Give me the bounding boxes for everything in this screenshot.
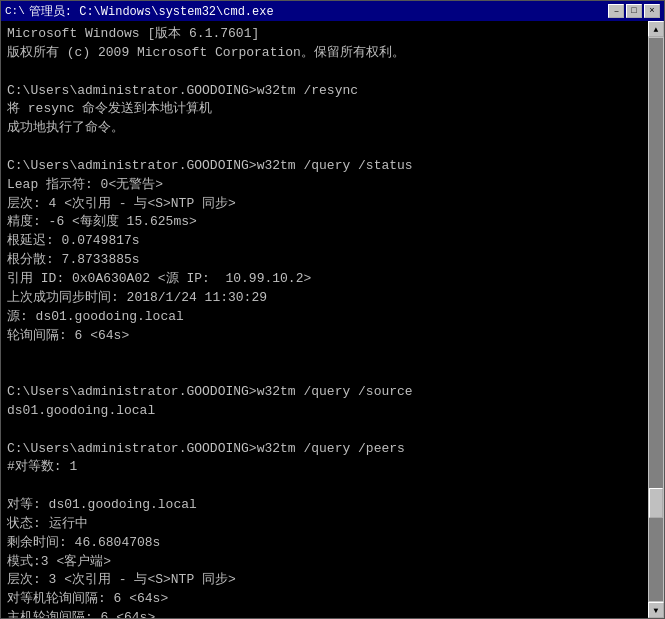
minimize-button[interactable]: － (608, 4, 624, 18)
scroll-down-button[interactable]: ▼ (648, 602, 664, 618)
scrollbar-thumb[interactable] (649, 488, 663, 518)
console-output: Microsoft Windows [版本 6.1.7601] 版权所有 (c)… (7, 25, 658, 618)
scrollbar-track[interactable] (649, 38, 663, 601)
restore-button[interactable]: □ (626, 4, 642, 18)
title-bar: C:\ 管理员: C:\Windows\system32\cmd.exe － □… (1, 1, 664, 21)
cmd-icon: C:\ (5, 5, 25, 17)
title-buttons: － □ × (608, 4, 660, 18)
close-button[interactable]: × (644, 4, 660, 18)
window-title: 管理员: C:\Windows\system32\cmd.exe (29, 3, 274, 20)
console-area[interactable]: Microsoft Windows [版本 6.1.7601] 版权所有 (c)… (1, 21, 664, 618)
cmd-window: C:\ 管理员: C:\Windows\system32\cmd.exe － □… (0, 0, 665, 619)
title-bar-left: C:\ 管理员: C:\Windows\system32\cmd.exe (5, 3, 274, 20)
scroll-up-button[interactable]: ▲ (648, 21, 664, 37)
scrollbar[interactable]: ▲ ▼ (648, 21, 664, 618)
